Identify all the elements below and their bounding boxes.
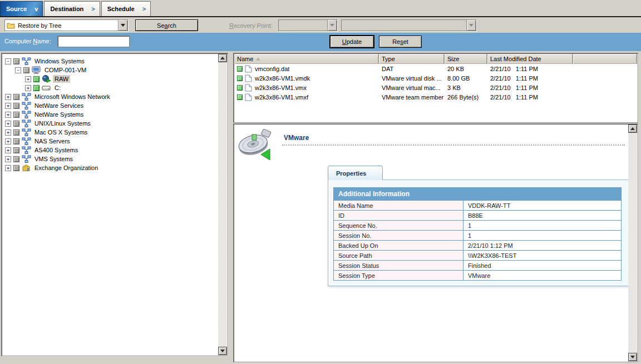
expand-icon[interactable]: + <box>5 103 11 109</box>
tree-checkbox[interactable] <box>13 94 19 100</box>
tab-label: Schedule <box>107 6 135 12</box>
property-value: 2/21/10 1:12 PM <box>464 241 621 250</box>
column-header-label: Last Modified Date <box>490 56 541 62</box>
column-header-name[interactable]: Name <box>234 54 379 64</box>
scroll-down-button[interactable] <box>628 353 637 361</box>
column-header-size[interactable]: Size <box>445 54 487 64</box>
scroll-down-button[interactable] <box>218 347 227 355</box>
recovery-point-combobox <box>278 19 337 31</box>
tree-item[interactable]: -COMP-001-VM <box>2 66 218 74</box>
tab-schedule[interactable]: Schedule> <box>101 1 151 16</box>
tree-checkbox[interactable] <box>13 138 19 144</box>
tree-item[interactable]: +UNIX/Linux Systems <box>2 119 218 128</box>
network-icon <box>22 57 31 65</box>
file-icon <box>245 84 253 92</box>
recovery-point-dropdown-button <box>327 20 337 31</box>
column-header-last-modified-date[interactable]: Last Modified Date <box>487 54 573 64</box>
property-row: Session No.1 <box>334 230 621 240</box>
file-checkbox[interactable] <box>237 94 243 100</box>
property-label: Session Type <box>334 271 464 280</box>
expand-icon[interactable]: + <box>25 85 31 91</box>
collapse-icon[interactable]: - <box>15 67 21 73</box>
disk-arrow-icon <box>238 128 274 162</box>
chevron-right-icon: > <box>142 6 146 12</box>
tree-item-label: NetWare Services <box>33 102 85 109</box>
column-header-type[interactable]: Type <box>379 54 445 64</box>
tree-checkbox[interactable] <box>13 156 19 162</box>
tree-item[interactable]: +Mac OS X Systems <box>2 128 218 137</box>
tree-checkbox[interactable] <box>33 76 40 82</box>
properties-panel: Additional Information Media NameVDDK-RA… <box>328 179 628 286</box>
tree-item[interactable]: +NetWare Systems <box>2 110 218 119</box>
tab-label: Destination <box>50 6 83 12</box>
expand-icon[interactable]: + <box>5 121 11 127</box>
tree-item[interactable]: +RAW <box>2 74 218 83</box>
tree-checkbox[interactable] <box>13 103 19 109</box>
tree-checkbox[interactable] <box>13 147 19 153</box>
chevron-down-icon <box>469 24 474 27</box>
reset-button[interactable]: Reset <box>379 36 422 48</box>
file-name: w2k3x86-VM1.vmx <box>255 84 307 91</box>
tree-vertical-scrollbar[interactable] <box>218 54 227 355</box>
tree-item-label: Windows Systems <box>33 57 86 65</box>
tree-item-label: NAS Servers <box>33 137 72 145</box>
expand-icon[interactable]: + <box>5 94 11 100</box>
search-button[interactable]: Search <box>135 19 198 31</box>
tree-item[interactable]: +AS400 Systems <box>2 146 218 154</box>
expand-icon[interactable]: + <box>5 165 11 171</box>
update-button[interactable]: Update <box>330 36 374 48</box>
file-size-cell: 3 KB <box>445 83 487 92</box>
tree-item[interactable]: +Microsoft Windows Network <box>2 92 218 101</box>
scroll-up-button[interactable] <box>218 54 227 62</box>
file-row[interactable]: w2k3x86-VM1.vmxfVMware team member266 By… <box>234 92 637 102</box>
property-row: Media NameVDDK-RAW-TT <box>334 200 621 210</box>
tree-checkbox[interactable] <box>13 129 19 136</box>
file-name-cell: w2k3x86-VM1.vmxf <box>234 92 379 102</box>
tree-item[interactable]: +C: <box>2 83 218 92</box>
file-checkbox[interactable] <box>237 85 243 91</box>
table-section-header: Additional Information <box>334 188 621 200</box>
expand-icon[interactable]: + <box>5 156 11 162</box>
tree-checkbox[interactable] <box>13 121 19 127</box>
tree-checkbox[interactable] <box>13 58 19 64</box>
property-value: Finished <box>464 261 621 270</box>
expand-icon[interactable]: + <box>5 147 11 153</box>
expand-icon[interactable]: + <box>25 76 31 82</box>
tree-item[interactable]: -Windows Systems <box>2 57 218 66</box>
file-row[interactable]: w2k3x86-VM1.vmdkVMware virtual disk ...8… <box>234 73 637 83</box>
toolbar: Restore by Tree Search Recovery Point: <box>0 17 641 33</box>
details-vertical-scrollbar[interactable] <box>628 124 637 361</box>
file-checkbox[interactable] <box>237 66 243 72</box>
tree-checkbox[interactable] <box>13 112 19 118</box>
restore-mode-combobox[interactable]: Restore by Tree <box>4 19 128 31</box>
tab-bar: SourcevDestination>Schedule> <box>0 0 641 16</box>
tree-checkbox[interactable] <box>13 165 19 171</box>
computer-name-input[interactable] <box>57 36 130 47</box>
expand-icon[interactable]: + <box>5 112 11 118</box>
tree-item[interactable]: +Exchange Organization <box>2 163 218 172</box>
file-row[interactable]: w2k3x86-VM1.vmxVMware virtual mac...3 KB… <box>234 83 637 92</box>
tab-destination[interactable]: Destination> <box>44 1 100 16</box>
network-icon <box>22 146 31 154</box>
tree-checkbox[interactable] <box>23 67 29 73</box>
scroll-up-button[interactable] <box>628 124 637 133</box>
file-row[interactable]: vmconfig.datDAT20 KB2/21/10 1:11 PM <box>234 64 637 73</box>
tree-checkbox[interactable] <box>33 85 40 91</box>
details-title: VMware <box>284 134 309 142</box>
expand-icon[interactable]: + <box>5 129 11 136</box>
restore-mode-dropdown-button[interactable] <box>118 20 127 31</box>
file-checkbox[interactable] <box>237 76 243 81</box>
triangle-down-icon <box>220 350 225 352</box>
chevron-down-icon <box>121 24 125 27</box>
expand-icon[interactable]: + <box>5 138 11 144</box>
file-type-cell: DAT <box>379 64 445 73</box>
tree-item[interactable]: +VMS Systems <box>2 154 218 163</box>
property-row: Sequence No.1 <box>334 220 621 230</box>
tab-source[interactable]: Sourcev <box>0 1 43 16</box>
property-label: ID <box>334 211 464 220</box>
tab-properties[interactable]: Properties <box>328 166 383 180</box>
file-modified-cell: 2/21/10 1:11 PM <box>487 64 573 73</box>
tree-item[interactable]: +NetWare Services <box>2 101 218 110</box>
tree-item[interactable]: +NAS Servers <box>2 137 218 146</box>
collapse-icon[interactable]: - <box>5 58 11 64</box>
